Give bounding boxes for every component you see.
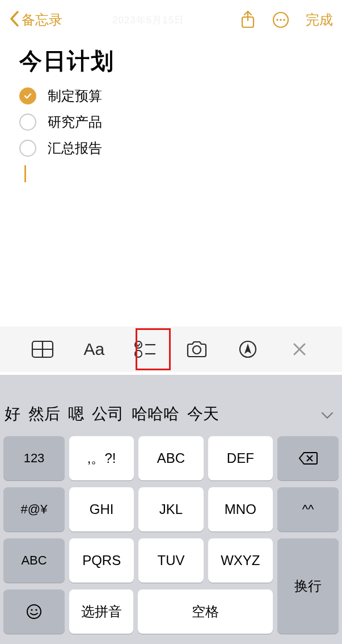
svg-point-2 (276, 19, 278, 21)
key-kaomoji[interactable]: ^^ (277, 487, 339, 532)
key-abc[interactable]: ABC (138, 436, 203, 480)
share-icon (240, 10, 256, 30)
table-button[interactable] (29, 336, 56, 363)
suggestion[interactable]: 然后 (28, 403, 60, 425)
checklist-icon (134, 340, 157, 359)
suggestion[interactable]: 公司 (92, 403, 124, 425)
svg-point-18 (27, 605, 41, 618)
key-space[interactable]: 空格 (138, 589, 273, 634)
svg-point-20 (35, 609, 37, 610)
key-symbols[interactable]: #@¥ (3, 487, 65, 532)
camera-button[interactable] (183, 336, 210, 363)
markup-button[interactable] (234, 336, 261, 363)
backspace-icon (298, 451, 318, 466)
table-icon (31, 340, 54, 358)
svg-point-19 (31, 609, 32, 610)
checkbox-empty-icon[interactable] (19, 114, 36, 131)
done-button[interactable]: 完成 (306, 11, 333, 29)
chevron-down-icon (320, 411, 334, 420)
svg-point-3 (280, 19, 282, 21)
format-toolbar: Aa (0, 327, 342, 372)
suggestion[interactable]: 今天 (187, 403, 219, 425)
close-icon (292, 341, 307, 357)
checklist-item[interactable]: 研究产品 (19, 113, 323, 131)
close-keyboard-button[interactable] (286, 336, 313, 363)
key-mno[interactable]: MNO (208, 487, 273, 532)
share-button[interactable] (240, 10, 256, 30)
ellipsis-circle-icon (272, 11, 290, 29)
checkbox-empty-icon[interactable] (19, 140, 36, 157)
note-title: 今日计划 (19, 45, 323, 77)
key-abc-mode[interactable]: ABC (3, 538, 65, 583)
checklist-item-text: 研究产品 (48, 113, 102, 131)
text-format-button[interactable]: Aa (81, 336, 108, 363)
key-tuv[interactable]: TUV (138, 538, 203, 583)
suggestion[interactable]: 哈哈哈 (132, 403, 179, 425)
checklist-item-text: 制定预算 (48, 87, 102, 105)
checklist-item[interactable]: 制定预算 (19, 87, 323, 105)
keyboard: 好 然后 嗯 公司 哈哈哈 今天 123 ,。?! ABC DEF #@¥ GH (0, 375, 342, 644)
checklist-item-text: 汇总报告 (48, 139, 102, 157)
checkbox-checked-icon[interactable] (19, 87, 36, 104)
key-def[interactable]: DEF (208, 436, 273, 480)
key-123[interactable]: 123 (3, 436, 65, 480)
nav-bar: 备忘录 2023年5月15日 完成 (0, 0, 342, 40)
camera-icon (185, 340, 208, 358)
back-button[interactable]: 备忘录 (9, 10, 62, 30)
svg-point-8 (135, 341, 142, 348)
key-enter[interactable]: 换行 (277, 538, 339, 634)
checklist-item[interactable]: 汇总报告 (19, 139, 323, 157)
key-jkl[interactable]: JKL (138, 487, 203, 532)
key-punct[interactable]: ,。?! (69, 436, 134, 480)
svg-point-12 (193, 346, 201, 354)
key-backspace[interactable] (277, 436, 339, 480)
expand-suggestions-button[interactable] (320, 405, 334, 424)
key-wxyz[interactable]: WXYZ (208, 538, 273, 583)
key-pqrs[interactable]: PQRS (69, 538, 134, 583)
suggestion[interactable]: 嗯 (68, 403, 84, 425)
key-emoji[interactable] (3, 589, 65, 634)
markup-icon (238, 340, 257, 359)
chevron-left-icon (9, 10, 19, 30)
key-ghi[interactable]: GHI (69, 487, 134, 532)
note-body[interactable]: 今日计划 制定预算 研究产品 汇总报告 (0, 40, 342, 182)
emoji-icon (26, 603, 43, 620)
more-button[interactable] (272, 11, 290, 29)
checklist-button[interactable] (132, 336, 159, 363)
suggestion[interactable]: 好 (5, 403, 20, 425)
nav-timestamp: 2023年5月15日 (57, 14, 240, 27)
text-cursor (24, 165, 26, 182)
suggestion-bar: 好 然后 嗯 公司 哈哈哈 今天 (0, 375, 342, 436)
key-select-pinyin[interactable]: 选拼音 (69, 589, 133, 634)
svg-point-10 (135, 350, 142, 357)
svg-point-4 (283, 19, 285, 21)
